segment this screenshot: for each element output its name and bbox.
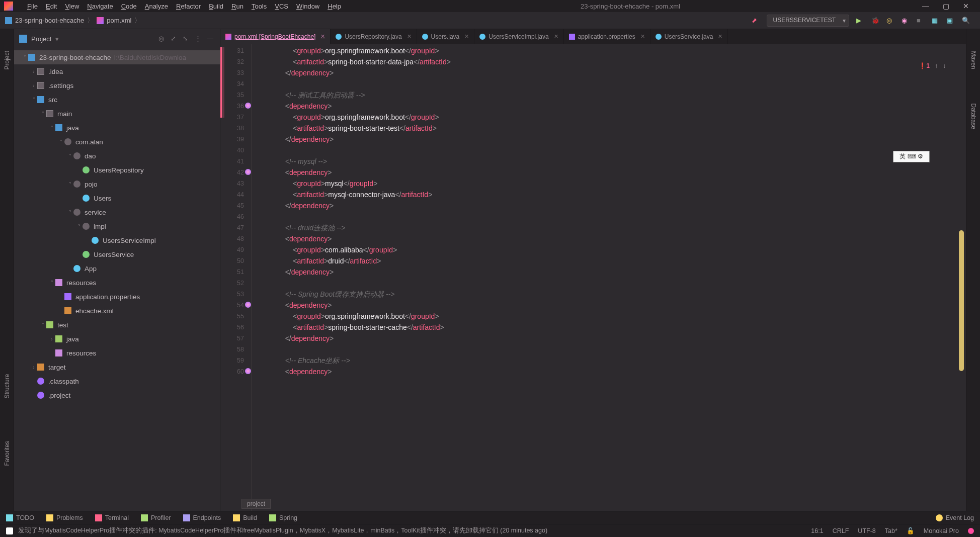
tree-item-users[interactable]: Users	[14, 191, 220, 205]
project-tree[interactable]: ˅23-spring-boot-ehcacheI:\BaiduNetdiskDo…	[14, 48, 220, 511]
editor-tab[interactable]: Users.java✕	[417, 29, 475, 44]
close-tab-icon[interactable]: ✕	[718, 33, 722, 40]
tree-item-app[interactable]: App	[14, 261, 220, 276]
prev-error-icon[interactable]: ↑	[935, 62, 938, 69]
menu-tools[interactable]: Tools	[248, 3, 271, 10]
editor-breadcrumb[interactable]: project	[241, 499, 271, 509]
close-tab-icon[interactable]: ✕	[407, 33, 412, 40]
breadcrumb-file[interactable]: pom.xml	[107, 17, 131, 24]
tool-build[interactable]: Build	[233, 514, 257, 521]
tree-item-java[interactable]: ˅java	[14, 121, 220, 135]
tree-item-dao[interactable]: ˅dao	[14, 149, 220, 163]
intellij-logo-icon[interactable]	[4, 2, 13, 11]
next-error-icon[interactable]: ↓	[943, 62, 946, 69]
close-tab-icon[interactable]: ✕	[554, 33, 558, 40]
error-badge[interactable]: ❗1	[919, 62, 930, 69]
more-icon[interactable]: ⋮	[195, 35, 203, 43]
code-editor[interactable]: <groupId>org.springframework.boot</group…	[252, 44, 966, 511]
tree-item-com-alan[interactable]: ˅com.alan	[14, 135, 220, 149]
tool-tab-structure[interactable]: Structure	[4, 385, 11, 399]
tree-item-target[interactable]: ›target	[14, 360, 220, 374]
file-encoding[interactable]: UTF-8	[858, 527, 875, 534]
theme-label[interactable]: Monokai Pro	[924, 527, 959, 534]
stop-icon[interactable]: ■	[917, 17, 925, 25]
tree-item-resources[interactable]: ˅resources	[14, 276, 220, 290]
chevron-down-icon[interactable]: ▾	[55, 35, 59, 43]
menu-build[interactable]: Build	[205, 3, 227, 10]
collapse-icon[interactable]: ⤡	[183, 35, 191, 43]
tree-item--project[interactable]: .project	[14, 388, 220, 402]
menu-code[interactable]: Code	[117, 3, 141, 10]
menu-run[interactable]: Run	[227, 3, 248, 10]
maximize-button[interactable]: ▢	[936, 2, 956, 10]
tree-item-java[interactable]: ›java	[14, 332, 220, 346]
menu-window[interactable]: Window	[292, 3, 323, 10]
notification-icon[interactable]	[6, 527, 13, 534]
tree-item-main[interactable]: ˅main	[14, 107, 220, 121]
menu-refactor[interactable]: Refactor	[172, 3, 205, 10]
editor-tab[interactable]: UsersServiceImpl.java✕	[474, 29, 563, 44]
tree-item-pojo[interactable]: ˅pojo	[14, 177, 220, 191]
run-icon[interactable]: ▶	[856, 17, 864, 25]
tree-item-application-properties[interactable]: application.properties	[14, 290, 220, 304]
minimize-button[interactable]: —	[916, 2, 936, 10]
ime-indicator[interactable]: 英 ⌨ ⚙	[893, 151, 930, 162]
menu-view[interactable]: View	[61, 3, 83, 10]
tree-item-service[interactable]: ˅service	[14, 205, 220, 219]
tree-item--settings[interactable]: ›.settings	[14, 78, 220, 93]
gutter[interactable]: 3132333435363738394041424344454647484950…	[220, 44, 252, 511]
tool-profiler[interactable]: Profiler	[141, 514, 171, 521]
tree-item-usersservice[interactable]: UsersService	[14, 247, 220, 261]
menu-navigate[interactable]: Navigate	[83, 3, 117, 10]
editor-tab[interactable]: application.properties✕	[564, 29, 650, 44]
layout-icon[interactable]: ▦	[932, 17, 940, 25]
tree-item-impl[interactable]: ˅impl	[14, 219, 220, 233]
tree-item-usersrepository[interactable]: UsersRepository	[14, 163, 220, 177]
tool-tab-maven[interactable]: Maven	[970, 51, 977, 65]
close-tab-icon[interactable]: ✕	[640, 33, 645, 40]
search-icon[interactable]: 🔍	[962, 17, 970, 25]
editor-tab[interactable]: UsersService.java✕	[650, 29, 728, 44]
tree-item-ehcache-xml[interactable]: ehcache.xml	[14, 304, 220, 318]
tree-item-23-spring-boot-ehcache[interactable]: ˅23-spring-boot-ehcacheI:\BaiduNetdiskDo…	[14, 50, 220, 64]
coverage-icon[interactable]: ◎	[886, 17, 894, 25]
locate-icon[interactable]: ◎	[158, 35, 167, 43]
tool-todo[interactable]: TODO	[6, 514, 34, 521]
scrollbar-thumb[interactable]	[959, 230, 964, 371]
git-icon[interactable]: ▣	[947, 17, 955, 25]
tool-tab-project[interactable]: Project	[4, 56, 11, 70]
indent-config[interactable]: Tab*	[885, 527, 897, 534]
menu-edit[interactable]: Edit	[42, 3, 61, 10]
editor-tab[interactable]: pom.xml [SpringBootEhcache]✕	[220, 29, 331, 44]
editor-tab[interactable]: UsersRepository.java✕	[331, 29, 417, 44]
menu-analyze[interactable]: Analyze	[141, 3, 172, 10]
menu-help[interactable]: Help	[323, 3, 345, 10]
breadcrumb[interactable]: 23-spring-boot-ehcache 〉 pom.xml 〉	[5, 16, 141, 25]
menu-file[interactable]: File	[23, 3, 42, 10]
tool-terminal[interactable]: Terminal	[95, 514, 129, 521]
caret-position[interactable]: 16:1	[811, 527, 823, 534]
tool-tab-favorites[interactable]: Favorites	[4, 453, 11, 466]
close-tab-icon[interactable]: ✕	[464, 33, 469, 40]
breadcrumb-project[interactable]: 23-spring-boot-ehcache	[15, 17, 84, 24]
tree-item-usersserviceimpl[interactable]: UsersServiceImpl	[14, 233, 220, 247]
tree-item--classpath[interactable]: .classpath	[14, 374, 220, 388]
tool-spring[interactable]: Spring	[269, 514, 297, 521]
event-log-button[interactable]: Event Log	[936, 514, 974, 521]
readonly-icon[interactable]: 🔓	[907, 527, 915, 534]
hide-icon[interactable]: —	[207, 35, 215, 43]
menu-vcs[interactable]: VCS	[271, 3, 292, 10]
build-icon[interactable]: ⬈	[752, 17, 760, 25]
tree-item-src[interactable]: ˅src	[14, 93, 220, 107]
profile-icon[interactable]: ◉	[902, 17, 910, 25]
run-configuration-select[interactable]: USERSSERVICETEST	[767, 15, 849, 27]
debug-icon[interactable]: 🐞	[871, 17, 879, 25]
tool-problems[interactable]: Problems	[46, 514, 83, 521]
tree-item-resources[interactable]: resources	[14, 346, 220, 360]
close-button[interactable]: ✕	[956, 2, 976, 10]
tool-endpoints[interactable]: Endpoints	[183, 514, 221, 521]
close-tab-icon[interactable]: ✕	[320, 33, 325, 40]
expand-icon[interactable]: ⤢	[171, 35, 179, 43]
tool-tab-database[interactable]: Database	[970, 104, 977, 117]
line-separator[interactable]: CRLF	[833, 527, 849, 534]
